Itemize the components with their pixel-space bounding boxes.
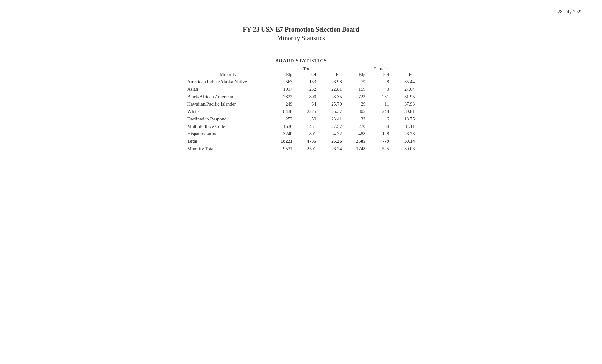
total-sel-cell: 59 (295, 115, 319, 123)
table-header-sub-row: Minority Elg Sel Pct Elg Sel Pct (185, 72, 417, 78)
minority-cell: Multiple Race Code (185, 123, 271, 130)
total-sel-header: Sel (295, 72, 319, 78)
section-title: BOARD STATISTICS (185, 58, 417, 64)
total-elg-cell: 1017 (271, 86, 295, 93)
female-elg-cell: 159 (344, 86, 368, 93)
minority-cell: Asian (185, 86, 271, 93)
report-title: FY-23 USN E7 Promotion Selection Board M… (243, 26, 359, 42)
total-pct-cell: 23.41 (319, 115, 344, 123)
total-sel-cell: 153 (295, 78, 319, 86)
female-pct-cell: 30.03 (392, 145, 417, 152)
total-pct-cell: 26.98 (319, 78, 344, 86)
total-elg-cell: 3240 (271, 130, 295, 138)
female-sel-cell: 525 (368, 145, 392, 152)
female-elg-cell: 488 (344, 130, 368, 138)
table-row: Hawaiian/Pacific Islander2496425.7029113… (185, 100, 417, 108)
minority-cell: Declined to Respond (185, 115, 271, 123)
table-row: White8438222526.3780524830.81 (185, 108, 417, 115)
total-elg-cell: 249 (271, 100, 295, 108)
total-sel-cell: 64 (295, 100, 319, 108)
total-pct-cell: 22.81 (319, 86, 344, 93)
total-sel-cell: 451 (295, 123, 319, 130)
statistics-table: Total Female Minority Elg Sel Pct Elg Se… (185, 66, 417, 152)
table-row: American Indian/Alaska Native56715326.98… (185, 78, 417, 86)
report-title-line1: FY-23 USN E7 Promotion Selection Board (243, 26, 359, 33)
female-elg-cell: 29 (344, 100, 368, 108)
table-row: Hispanic/Latino324080124.7248812826.23 (185, 130, 417, 138)
total-group-header: Total (271, 66, 344, 72)
female-sel-cell: 43 (368, 86, 392, 93)
minority-subheader: Minority (185, 72, 271, 78)
minority-cell: American Indian/Alaska Native (185, 78, 271, 86)
total-pct-cell: 26.37 (319, 108, 344, 115)
minority-col-header-spacer (185, 66, 271, 72)
female-pct-cell: 27.04 (392, 86, 417, 93)
female-sel-cell: 231 (368, 93, 392, 100)
total-elg-cell: 2822 (271, 93, 295, 100)
female-elg-cell: 2585 (344, 138, 368, 145)
table-body: American Indian/Alaska Native56715326.98… (185, 78, 417, 153)
minority-cell: White (185, 108, 271, 115)
female-pct-cell: 18.75 (392, 115, 417, 123)
total-sel-cell: 232 (295, 86, 319, 93)
table-row: Total18221478526.26258577930.14 (185, 138, 417, 145)
total-pct-header: Pct (319, 72, 344, 78)
total-sel-cell: 2225 (295, 108, 319, 115)
female-pct-header: Pct (392, 72, 417, 78)
female-elg-cell: 79 (344, 78, 368, 86)
female-elg-cell: 723 (344, 93, 368, 100)
female-pct-cell: 31.95 (392, 93, 417, 100)
minority-cell: Minority Total (185, 145, 271, 152)
report-title-line2: Minority Statistics (243, 35, 359, 42)
female-sel-cell: 84 (368, 123, 392, 130)
female-sel-cell: 6 (368, 115, 392, 123)
female-pct-cell: 26.23 (392, 130, 417, 138)
table-row: Multiple Race Code163645127.572708431.11 (185, 123, 417, 130)
female-pct-cell: 30.81 (392, 108, 417, 115)
female-pct-cell: 37.93 (392, 100, 417, 108)
table-row: Declined to Respond2525923.4132618.75 (185, 115, 417, 123)
total-elg-cell: 8438 (271, 108, 295, 115)
total-elg-cell: 567 (271, 78, 295, 86)
total-elg-header: Elg (271, 72, 295, 78)
table-header-group-row: Total Female (185, 66, 417, 72)
female-elg-header: Elg (344, 72, 368, 78)
female-elg-cell: 805 (344, 108, 368, 115)
female-sel-cell: 11 (368, 100, 392, 108)
female-sel-header: Sel (368, 72, 392, 78)
table-row: Black/African American282280028.35723231… (185, 93, 417, 100)
total-sel-cell: 2501 (295, 145, 319, 152)
board-statistics-section: BOARD STATISTICS Total Female Minority E… (185, 58, 417, 152)
female-sel-cell: 128 (368, 130, 392, 138)
female-pct-cell: 31.11 (392, 123, 417, 130)
total-elg-cell: 252 (271, 115, 295, 123)
total-pct-cell: 27.57 (319, 123, 344, 130)
minority-cell: Hawaiian/Pacific Islander (185, 100, 271, 108)
total-pct-cell: 26.24 (319, 145, 344, 152)
female-group-header: Female (344, 66, 417, 72)
female-elg-cell: 1748 (344, 145, 368, 152)
total-pct-cell: 26.26 (319, 138, 344, 145)
total-elg-cell: 1636 (271, 123, 295, 130)
report-date: 28 July 2022 (557, 9, 583, 15)
table-row: Minority Total9531250126.24174852530.03 (185, 145, 417, 152)
female-pct-cell: 30.14 (392, 138, 417, 145)
total-sel-cell: 800 (295, 93, 319, 100)
female-pct-cell: 35.44 (392, 78, 417, 86)
total-pct-cell: 24.72 (319, 130, 344, 138)
total-pct-cell: 25.70 (319, 100, 344, 108)
female-sel-cell: 779 (368, 138, 392, 145)
total-elg-cell: 18221 (271, 138, 295, 145)
female-elg-cell: 270 (344, 123, 368, 130)
minority-cell: Black/African American (185, 93, 271, 100)
total-pct-cell: 28.35 (319, 93, 344, 100)
female-sel-cell: 28 (368, 78, 392, 86)
minority-cell: Total (185, 138, 271, 145)
table-row: Asian101723222.811594327.04 (185, 86, 417, 93)
total-sel-cell: 801 (295, 130, 319, 138)
total-elg-cell: 9531 (271, 145, 295, 152)
female-elg-cell: 32 (344, 115, 368, 123)
female-sel-cell: 248 (368, 108, 392, 115)
minority-cell: Hispanic/Latino (185, 130, 271, 138)
total-sel-cell: 4785 (295, 138, 319, 145)
